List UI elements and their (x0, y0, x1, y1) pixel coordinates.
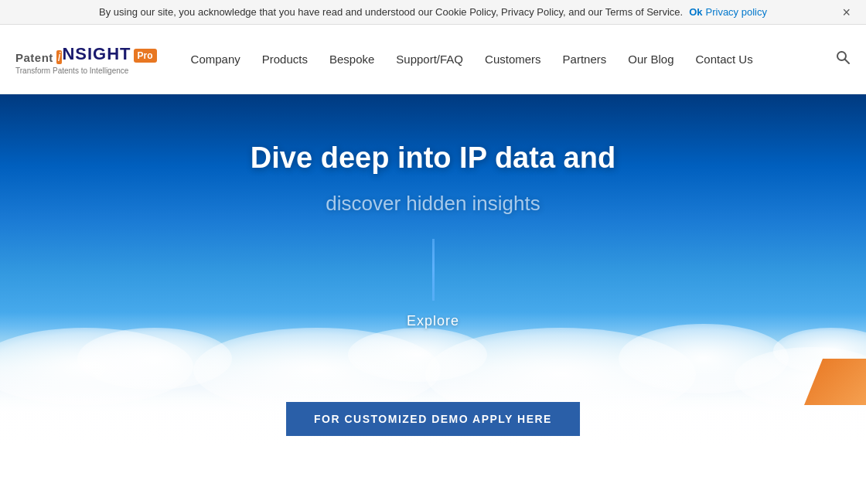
cookie-ok-button[interactable]: Ok (689, 6, 702, 18)
nav-item-bespoke[interactable]: Bespoke (319, 46, 385, 72)
logo-patent-text: Patent (15, 51, 53, 64)
nav-item-blog[interactable]: Our Blog (617, 46, 684, 72)
nav-item-contact[interactable]: Contact Us (684, 46, 763, 72)
nav-link-bespoke[interactable]: Bespoke (319, 46, 385, 72)
logo-link[interactable]: Patent iNSIGHT Pro Transform Patents to … (15, 44, 157, 75)
nav-link-support[interactable]: Support/FAQ (385, 46, 474, 72)
logo-i-letter: i (56, 50, 63, 64)
nav-item-support[interactable]: Support/FAQ (385, 46, 474, 72)
navbar: Patent iNSIGHT Pro Transform Patents to … (0, 25, 866, 94)
cookie-privacy-link[interactable]: Privacy policy (706, 6, 767, 18)
nav-item-company[interactable]: Company (180, 46, 251, 72)
cta-bar: FOR CUSTOMIZED DEMO APPLY HERE (286, 402, 580, 436)
nav-links: Company Products Bespoke Support/FAQ Cus… (180, 46, 835, 72)
nav-item-partners[interactable]: Partners (552, 46, 618, 72)
hero-content: Dive deep into IP data and discover hidd… (0, 94, 866, 451)
cta-demo-button[interactable]: FOR CUSTOMIZED DEMO APPLY HERE (286, 402, 580, 436)
nav-link-company[interactable]: Company (180, 46, 251, 72)
hero-title: Dive deep into IP data and (251, 141, 615, 176)
cookie-banner: By using our site, you acknowledge that … (0, 0, 866, 25)
nav-link-partners[interactable]: Partners (552, 46, 618, 72)
cookie-text: By using our site, you acknowledge that … (99, 6, 683, 18)
nav-item-products[interactable]: Products (251, 46, 319, 72)
logo-tagline: Transform Patents to Intelligence (15, 66, 128, 75)
nav-item-customers[interactable]: Customers (474, 46, 552, 72)
logo-nsight-text: NSIGHT (62, 44, 131, 64)
nav-link-blog[interactable]: Our Blog (617, 46, 684, 72)
nav-link-contact[interactable]: Contact Us (684, 46, 763, 72)
nav-link-products[interactable]: Products (251, 46, 319, 72)
nav-link-customers[interactable]: Customers (474, 46, 552, 72)
cookie-close-button[interactable]: × (842, 5, 851, 19)
logo-pro-badge: Pro (134, 49, 157, 63)
vertical-divider (432, 239, 435, 301)
search-icon[interactable] (835, 49, 851, 69)
explore-button[interactable]: Explore (407, 313, 459, 329)
svg-line-1 (845, 60, 850, 64)
hero-section: Dive deep into IP data and discover hidd… (0, 94, 866, 451)
hero-subtitle: discover hidden insights (326, 192, 540, 216)
